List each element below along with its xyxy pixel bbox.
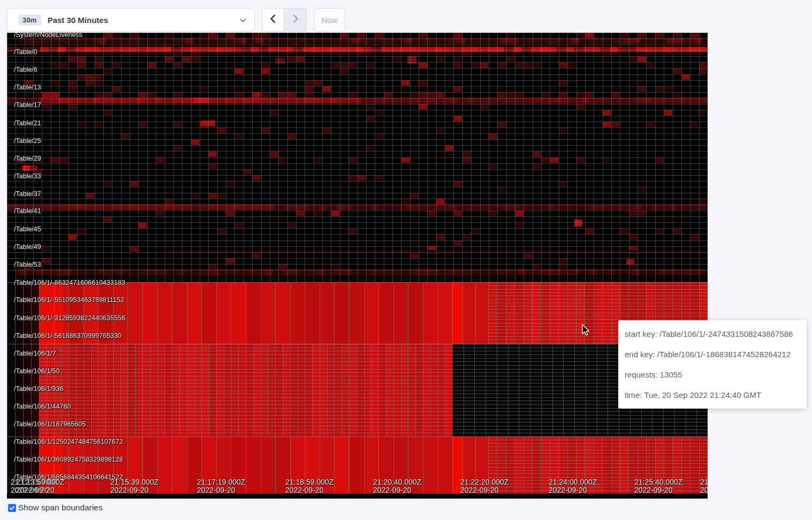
tooltip-start-key: start key: /Table/106/1/-247433150824388… (625, 329, 800, 338)
back-button[interactable] (262, 8, 284, 32)
show-span-boundaries-label: Show span boundaries (18, 503, 103, 513)
time-range-label: Past 30 Minutes (48, 16, 108, 25)
time-range-badge: 30m (18, 14, 41, 26)
chevron-down-icon (239, 17, 247, 26)
show-span-boundaries-checkbox[interactable] (8, 504, 16, 512)
page: { "toolbar": { "range_badge": "30m", "ra… (0, 0, 812, 520)
footer: Show span boundaries (8, 503, 103, 513)
forward-button[interactable] (284, 8, 307, 32)
tooltip-requests: requests: 13055 (625, 370, 800, 379)
time-nav-group (262, 8, 307, 32)
keyviz-heatmap[interactable]: /System/NodeLiveness/Table/0/Table/6/Tab… (7, 33, 708, 499)
checkmark-icon (9, 505, 15, 511)
chevron-right-icon (291, 14, 300, 26)
tooltip-end-key: end key: /Table/106/1/-18683814745282642… (625, 350, 800, 359)
tooltip-time: time: Tue, 20 Sep 2022 21:24:40 GMT (625, 390, 800, 400)
chevron-left-icon (269, 14, 277, 26)
heatmap-canvas[interactable] (7, 33, 708, 499)
cell-tooltip: start key: /Table/106/1/-247433150824388… (618, 320, 807, 409)
time-range-dropdown[interactable]: 30m Past 30 Minutes (7, 8, 255, 32)
now-button[interactable]: Now (314, 8, 345, 32)
